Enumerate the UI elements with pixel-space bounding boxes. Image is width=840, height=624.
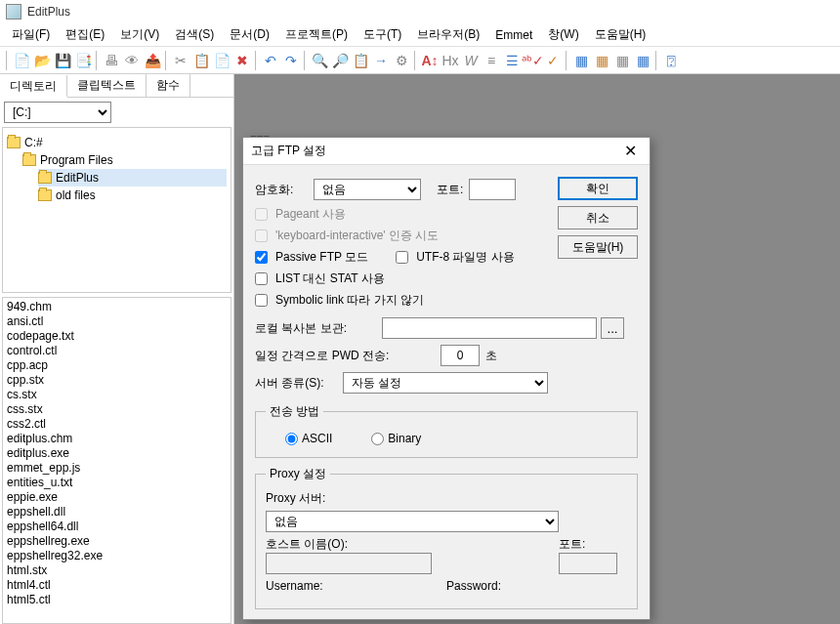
saveall-icon[interactable]: 📑 [73,51,93,70]
cut-icon[interactable]: ✂ [171,51,190,70]
bookmark-icon[interactable]: 📋 [351,51,370,70]
ascii-radio-label[interactable]: ASCII [285,432,332,445]
spell-icon[interactable]: ᵃᵇ✓ [523,51,542,70]
symlink-checkbox[interactable] [255,294,268,307]
binary-radio-label[interactable]: Binary [371,432,421,445]
file-item[interactable]: codepage.txt [5,329,229,344]
tab-function[interactable]: 함수 [147,74,190,97]
new-icon[interactable]: 📄 [12,51,31,70]
font-icon[interactable]: A↕ [420,51,440,70]
window2-icon[interactable]: ▦ [592,51,611,70]
goto-icon[interactable]: → [371,51,391,70]
file-item[interactable]: eppshellreg.exe [5,534,229,549]
export-icon[interactable]: 📤 [143,51,162,70]
file-item[interactable]: eppshell64.dll [5,520,229,534]
delete-icon[interactable]: ✖ [232,51,252,70]
folder-tree[interactable]: C:#Program FilesEditPlusold files [2,127,231,293]
localcopy-label: 로컬 복사본 보관: [255,320,382,337]
tab-directory[interactable]: 디렉토리 [0,75,67,98]
print-icon[interactable]: 🖶 [102,51,121,70]
undo-icon[interactable]: ↶ [261,51,280,70]
localcopy-input[interactable] [382,317,597,339]
window3-icon[interactable]: ▦ [612,51,632,70]
titlebar: EditPlus [0,0,840,23]
file-item[interactable]: html5.ctl [5,593,229,607]
ascii-radio[interactable] [285,433,298,445]
menu-tool[interactable]: 도구(T) [356,23,409,46]
pwd-input[interactable] [441,345,480,366]
file-item[interactable]: editplus.chm [5,432,229,446]
check-icon[interactable]: ✓ [543,51,563,70]
file-item[interactable]: control.ctl [5,344,229,358]
liststat-checkbox[interactable] [255,272,268,285]
binary-radio[interactable] [371,433,384,445]
tree-item[interactable]: C:# [7,134,227,151]
proxyserver-select[interactable]: 없음 [266,511,559,532]
close-icon[interactable]: ✕ [618,140,642,163]
copy-icon[interactable]: 📋 [191,51,211,70]
menu-view[interactable]: 보기(V) [112,23,167,46]
file-item[interactable]: cs.stx [5,388,229,402]
file-item[interactable]: html.stx [5,563,229,578]
replace-icon[interactable]: 🔎 [330,51,350,70]
port-input[interactable] [469,179,516,200]
wrap-icon[interactable]: W [461,51,481,70]
tree-item[interactable]: EditPlus [38,169,227,187]
tree-label: EditPlus [56,171,99,185]
servertype-select[interactable]: 자동 설정 [343,372,548,394]
menu-search[interactable]: 검색(S) [167,23,222,46]
menu-help[interactable]: 도움말(H) [587,23,654,46]
app-icon [6,4,21,20]
file-item[interactable]: emmet_epp.js [5,461,229,476]
menu-emmet[interactable]: Emmet [487,25,540,45]
drive-select[interactable]: [C:] [4,102,111,123]
help-button[interactable]: 도움말(H) [558,235,638,259]
file-item[interactable]: css2.ctl [5,417,229,432]
browse-button[interactable]: ... [601,317,624,339]
file-item[interactable]: css.stx [5,402,229,417]
menu-edit[interactable]: 편집(E) [58,23,112,46]
find-icon[interactable]: 🔍 [310,51,329,70]
kbint-label: 'keyboard-interactive' 인증 시도 [275,228,439,244]
menu-project[interactable]: 프로젝트(P) [277,23,356,46]
menu-file[interactable]: 파일(F) [4,23,58,46]
tree-item[interactable]: Program Files [22,151,227,169]
window1-icon[interactable]: ▦ [571,51,591,70]
list-icon[interactable]: ☰ [502,51,522,70]
folder-icon [38,189,52,201]
file-item[interactable]: html4.ctl [5,578,229,593]
passive-checkbox[interactable] [255,251,268,264]
menu-window[interactable]: 창(W) [540,23,586,46]
redo-icon[interactable]: ↷ [281,51,301,70]
save-icon[interactable]: 💾 [53,51,72,70]
ok-button[interactable]: 확인 [558,177,638,200]
tab-cliptext[interactable]: 클립텍스트 [67,74,147,97]
tools-icon[interactable]: ⚙ [392,51,411,70]
hex-icon[interactable]: Hx [441,51,460,70]
app-title: EditPlus [27,5,70,19]
file-item[interactable]: cpp.acp [5,358,229,373]
open-icon[interactable]: 📂 [32,51,52,70]
paste-icon[interactable]: 📄 [212,51,231,70]
host-label: 호스트 이름(O): [266,536,559,553]
file-item[interactable]: ansi.ctl [5,314,229,329]
help-icon[interactable]: ⍰ [661,51,681,70]
tree-label: Program Files [40,153,113,167]
file-item[interactable]: cpp.stx [5,373,229,388]
file-item[interactable]: eppshell.dll [5,505,229,520]
cancel-button[interactable]: 취소 [558,206,638,229]
file-item[interactable]: entities_u.txt [5,476,229,490]
file-item[interactable]: eppie.exe [5,490,229,505]
window4-icon[interactable]: ▦ [633,51,652,70]
tree-item[interactable]: old files [38,187,227,204]
menu-document[interactable]: 문서(D) [222,23,277,46]
preview-icon[interactable]: 👁 [122,51,142,70]
file-list[interactable]: 949.chmansi.ctlcodepage.txtcontrol.ctlcp… [2,297,231,624]
file-item[interactable]: 949.chm [5,300,229,314]
file-item[interactable]: eppshellreg32.exe [5,549,229,563]
indent-icon[interactable]: ≡ [482,51,501,70]
file-item[interactable]: editplus.exe [5,446,229,461]
encryption-select[interactable]: 없음 [314,179,421,200]
utf8-checkbox[interactable] [396,251,408,264]
menu-browser[interactable]: 브라우저(B) [409,23,487,46]
